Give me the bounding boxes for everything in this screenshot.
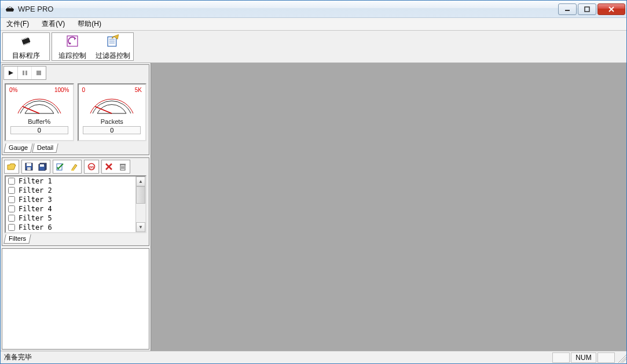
save-all-filter-button[interactable] <box>36 160 50 173</box>
filter-list: Filter 1 Filter 2 Filter 3 Filter 4 Filt… <box>6 177 135 232</box>
list-item[interactable]: Filter 4 <box>6 204 135 214</box>
packets-scale-max: 5K <box>135 87 142 93</box>
status-num: NUM <box>571 352 596 363</box>
resize-grip-icon[interactable] <box>616 352 626 363</box>
packets-gauge-value: 0 <box>83 126 141 134</box>
list-item[interactable]: Filter 1 <box>6 177 135 186</box>
filters-toolbar: on <box>2 158 149 175</box>
filter-name: Filter 3 <box>19 196 52 204</box>
filter-checkbox[interactable] <box>8 196 15 203</box>
filter-list-container: Filter 1 Filter 2 Filter 3 Filter 4 Filt… <box>5 175 146 233</box>
gauge-tabs: Gauge Detail <box>2 144 149 155</box>
clear-filters-button[interactable] <box>116 160 130 173</box>
edit-filter-button[interactable] <box>53 160 67 173</box>
menu-view[interactable]: 查看(V) <box>38 18 68 30</box>
svg-rect-30 <box>36 71 41 75</box>
menu-file[interactable]: 文件(F) <box>3 18 32 30</box>
status-ready: 准备完毕 <box>1 352 552 362</box>
svg-line-16 <box>25 44 25 45</box>
delete-filter-button[interactable] <box>102 160 116 173</box>
trace-control-button[interactable]: 追踪控制 <box>52 33 93 60</box>
toggle-filter-button[interactable]: on <box>85 160 98 173</box>
maximize-button[interactable] <box>578 3 596 15</box>
left-sidebar: 0% 100% Buffer% 0 0 5K <box>1 63 151 351</box>
titlebar: WPE PRO <box>1 1 626 18</box>
filter-name: Filter 4 <box>19 205 52 213</box>
trace-icon <box>65 34 80 50</box>
window-controls <box>557 3 625 15</box>
filter-checkbox[interactable] <box>8 205 15 212</box>
menu-help[interactable]: 帮助(H) <box>74 18 105 30</box>
gauge-panel: 0% 100% Buffer% 0 0 5K <box>2 64 149 155</box>
tab-filters[interactable]: Filters <box>3 234 31 244</box>
buffer-gauge-label: Buffer% <box>28 118 50 125</box>
list-item[interactable]: Filter 5 <box>6 214 135 223</box>
open-filter-button[interactable] <box>5 160 19 173</box>
gauge-dial-icon <box>86 90 138 117</box>
filter-name: Filter 5 <box>19 214 52 222</box>
packets-gauge-label: Packets <box>101 118 123 125</box>
mdi-client-area <box>151 63 626 351</box>
status-cell-1 <box>552 352 570 363</box>
svg-rect-1 <box>6 9 14 10</box>
pause-button[interactable] <box>18 67 32 79</box>
app-window: WPE PRO 文件(F) 查看(V) 帮助(H) 目标程序 <box>0 0 627 364</box>
filter-checkbox[interactable] <box>8 178 15 185</box>
packets-scale-min: 0 <box>82 87 86 93</box>
filter-scrollbar[interactable]: ▲ ▼ <box>135 177 145 232</box>
stop-button[interactable] <box>32 67 46 79</box>
gauge-dial-icon <box>13 90 65 117</box>
list-item[interactable]: Filter 2 <box>6 186 135 195</box>
svg-line-12 <box>24 38 25 39</box>
svg-point-2 <box>8 7 9 8</box>
tab-detail[interactable]: Detail <box>32 144 58 153</box>
scroll-thumb[interactable] <box>136 186 145 204</box>
gauges-row: 0% 100% Buffer% 0 0 5K <box>2 81 149 144</box>
svg-rect-40 <box>71 170 74 171</box>
filter-name: Filter 6 <box>19 223 52 231</box>
scroll-down-button[interactable]: ▼ <box>136 222 145 232</box>
scroll-track[interactable] <box>136 204 145 222</box>
svg-line-10 <box>22 39 23 41</box>
play-button[interactable] <box>4 67 18 79</box>
svg-marker-27 <box>9 71 13 75</box>
svg-line-13 <box>26 38 27 39</box>
menubar: 文件(F) 查看(V) 帮助(H) <box>1 18 626 31</box>
filter-control-button[interactable]: 过滤器控制 <box>93 33 133 60</box>
svg-line-17 <box>27 43 27 45</box>
svg-line-19 <box>29 42 30 43</box>
svg-rect-28 <box>23 71 24 75</box>
filter-checkbox[interactable] <box>8 224 15 231</box>
minimize-button[interactable] <box>558 3 577 15</box>
svg-rect-38 <box>40 164 44 167</box>
save-filter-button[interactable] <box>22 160 36 173</box>
svg-point-3 <box>9 6 10 8</box>
window-title: WPE PRO <box>18 5 557 13</box>
filter-checkbox[interactable] <box>8 187 15 194</box>
svg-point-21 <box>69 42 71 44</box>
list-item[interactable]: Filter 6 <box>6 223 135 232</box>
close-button[interactable] <box>597 3 625 15</box>
highlight-filter-button[interactable] <box>67 160 81 173</box>
statusbar: 准备完毕 NUM <box>1 351 626 363</box>
target-program-label: 目标程序 <box>12 51 40 61</box>
filter-checkbox[interactable] <box>8 215 15 222</box>
scroll-up-button[interactable]: ▲ <box>136 177 145 186</box>
target-program-button[interactable]: 目标程序 <box>3 33 49 60</box>
buffer-gauge-value: 0 <box>10 126 68 134</box>
chip-icon <box>19 34 34 50</box>
svg-rect-35 <box>27 167 31 170</box>
tab-gauge[interactable]: Gauge <box>3 144 32 153</box>
toolbar-group-controls: 追踪控制 过滤器控制 <box>52 32 134 61</box>
list-item[interactable]: Filter 3 <box>6 195 135 204</box>
filters-tabs: Filters <box>2 234 149 245</box>
svg-text:on: on <box>89 165 94 169</box>
svg-line-18 <box>28 43 28 44</box>
empty-panel <box>2 248 149 350</box>
filter-name: Filter 1 <box>19 177 52 185</box>
svg-point-4 <box>11 7 12 8</box>
filter-name: Filter 2 <box>19 186 52 194</box>
svg-line-11 <box>23 39 24 40</box>
buffer-scale-max: 100% <box>54 87 69 93</box>
svg-rect-49 <box>120 164 126 165</box>
